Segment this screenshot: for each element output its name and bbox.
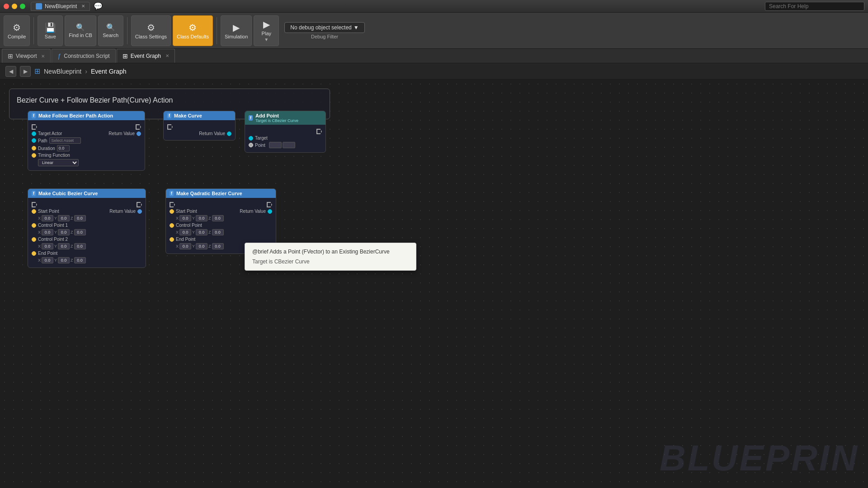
- cubic-end-z-label: Z: [71, 258, 73, 263]
- quad-end-dot: [170, 237, 174, 242]
- tab-viewport[interactable]: ⊞ Viewport ✕: [2, 49, 51, 63]
- quad-cp-x-input[interactable]: [179, 229, 191, 235]
- cubic-exec-out-icon: [137, 202, 142, 207]
- window-close-icon[interactable]: ✕: [81, 4, 85, 9]
- save-button[interactable]: 💾 Save: [38, 15, 63, 46]
- cubic-cp1-row: Control Point 1: [32, 223, 142, 228]
- quad-cp-z-input[interactable]: [212, 229, 224, 235]
- debug-object-button[interactable]: No debug object selected ▼: [284, 22, 364, 33]
- blueprint-icon: ⊞: [34, 67, 40, 75]
- function-icon-5: f: [170, 191, 174, 196]
- save-icon: 💾: [45, 22, 56, 33]
- search-icon: 🔍: [106, 23, 115, 32]
- cubic-cp2-y-input[interactable]: [58, 243, 70, 249]
- maximize-button[interactable]: [20, 4, 25, 9]
- toolbar-separator: [33, 17, 34, 44]
- back-button[interactable]: ◀: [5, 66, 16, 77]
- quad-start-row: Start Point Return Value: [170, 209, 272, 214]
- breadcrumb-current: Event Graph: [91, 68, 127, 75]
- function-icon-3: f: [249, 115, 253, 121]
- quad-start-y-input[interactable]: [196, 215, 208, 221]
- duration-pin: Duration: [32, 145, 70, 151]
- duration-input[interactable]: [57, 145, 70, 151]
- find-in-cb-button[interactable]: 🔍 Find in CB: [65, 15, 96, 46]
- cubic-cp2-label: Control Point 2: [38, 237, 68, 242]
- quad-end-row: End Point: [170, 237, 272, 242]
- cubic-cp1-x-input[interactable]: [42, 229, 53, 235]
- add-point-point-label: Point: [255, 143, 265, 148]
- construction-script-tab-icon: ƒ: [57, 52, 61, 60]
- exec-out-icon: [136, 124, 141, 130]
- window-tab[interactable]: NewBlueprint ✕: [31, 2, 90, 11]
- node-add-point[interactable]: f Add Point Target is CBezier Curve Tar: [245, 111, 326, 153]
- simulation-button[interactable]: ▶ Simulation: [221, 15, 252, 46]
- path-asset-input[interactable]: [49, 137, 81, 144]
- make-curve-exec-in-icon: [167, 124, 173, 130]
- compile-button[interactable]: ⚙ Compile: [4, 15, 30, 46]
- cubic-end-y-input[interactable]: [58, 257, 70, 263]
- chat-icon[interactable]: 💬: [94, 2, 103, 10]
- node-make-cubic[interactable]: f Make Cubic Bezier Curve Start Poin: [28, 188, 146, 268]
- quad-end-y-input[interactable]: [196, 243, 208, 249]
- node-make-follow[interactable]: f Make Follow Bezier Path Action Target …: [28, 111, 145, 171]
- cubic-start-dot: [32, 209, 36, 214]
- search-for-help-input[interactable]: [765, 2, 864, 11]
- cubic-cp2-x-input[interactable]: [42, 243, 53, 249]
- duration-pin-dot: [32, 146, 36, 150]
- add-point-exec-out: [316, 129, 322, 134]
- cubic-end-x-label: X: [38, 258, 41, 263]
- add-point-exec-out-icon: [316, 129, 322, 134]
- viewport-tab-icon: ⊞: [8, 52, 13, 60]
- forward-button[interactable]: ▶: [20, 66, 31, 77]
- timing-function-select[interactable]: Linear: [38, 159, 79, 166]
- minimize-button[interactable]: [12, 4, 17, 9]
- cubic-end-x-input[interactable]: [42, 257, 53, 263]
- cubic-start-y-input[interactable]: [58, 215, 70, 221]
- play-button[interactable]: ▶ Play ▼: [254, 15, 279, 46]
- class-settings-button[interactable]: ⚙ Class Settings: [131, 15, 171, 46]
- function-icon-4: f: [32, 191, 36, 196]
- quad-end-xyz: X Y Z: [176, 243, 224, 249]
- quad-end-z-label: Z: [208, 244, 211, 249]
- viewport-tab-close[interactable]: ✕: [41, 54, 45, 59]
- play-arrow-icon: ▼: [264, 37, 269, 42]
- node-make-follow-title: Make Follow Bezier Path Action: [38, 113, 113, 118]
- quad-cp-y-input[interactable]: [196, 229, 208, 235]
- cubic-exec-out: [137, 202, 142, 207]
- quad-end-x-input[interactable]: [179, 243, 191, 249]
- quad-end-z-input[interactable]: [212, 243, 224, 249]
- quad-start-z-input[interactable]: [212, 215, 224, 221]
- cubic-cp1-z-input[interactable]: [74, 229, 86, 235]
- path-pin-row: Path: [32, 137, 141, 144]
- quad-exec-out-icon: [267, 202, 272, 207]
- canvas[interactable]: Bezier Curve + Follow Bezier Path(Curve)…: [0, 80, 868, 488]
- node-add-point-body: Target Point: [245, 125, 326, 152]
- node-make-curve[interactable]: f Make Curve Return Value: [163, 111, 236, 141]
- point-x-input[interactable]: [269, 142, 282, 148]
- point-y-input[interactable]: [283, 142, 295, 148]
- search-button[interactable]: 🔍 Search: [98, 15, 123, 46]
- make-curve-return-row: Return Value: [167, 131, 231, 136]
- event-graph-tab-label: Event Graph: [131, 53, 161, 59]
- cubic-start-z-input[interactable]: [74, 215, 86, 221]
- cubic-start-x-input[interactable]: [42, 215, 53, 221]
- event-graph-tab-close[interactable]: ✕: [165, 53, 169, 58]
- tab-bar: ⊞ Viewport ✕ ƒ Construction Script ⊞ Eve…: [0, 49, 868, 63]
- quad-end-y-label: Y: [192, 244, 195, 249]
- cubic-cp2-xyz-row: X Y Z: [32, 243, 142, 249]
- breadcrumb-separator: ›: [85, 68, 87, 75]
- quad-start-x-input[interactable]: [179, 215, 191, 221]
- class-defaults-button[interactable]: ⚙ Class Defaults: [173, 15, 213, 46]
- close-button[interactable]: [4, 4, 9, 9]
- tab-event-graph[interactable]: ⊞ Event Graph ✕: [117, 49, 175, 63]
- quad-start-z-label: Z: [208, 216, 211, 221]
- cubic-end-z-input[interactable]: [74, 257, 86, 263]
- cubic-cp1-y-input[interactable]: [58, 229, 70, 235]
- cubic-end-dot: [32, 251, 36, 256]
- cubic-cp2-z-input[interactable]: [74, 243, 86, 249]
- quad-start-xyz-row: X Y Z: [170, 215, 272, 221]
- cubic-cp1-z-label: Z: [71, 230, 73, 235]
- cubic-cp2-x-label: X: [38, 244, 41, 249]
- tab-construction-script[interactable]: ƒ Construction Script: [52, 49, 115, 63]
- cubic-start-pin: Start Point: [32, 209, 59, 214]
